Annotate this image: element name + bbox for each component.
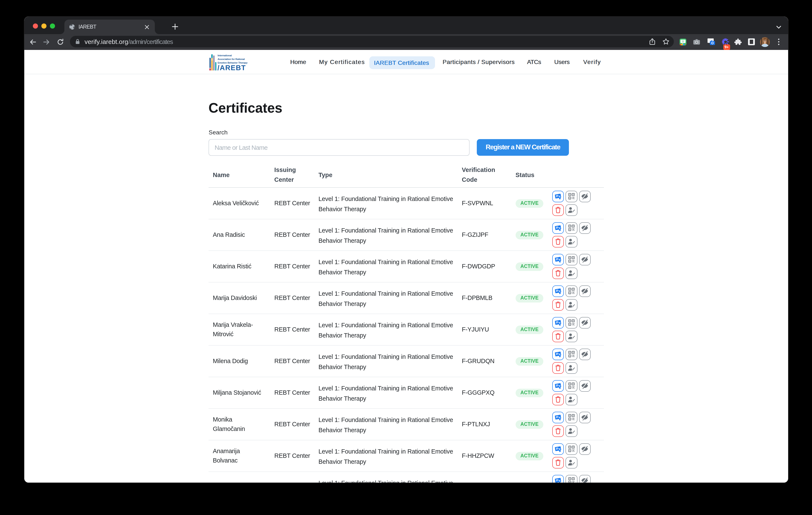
svg-text:Association for Rational: Association for Rational xyxy=(217,57,244,60)
svg-text:International: International xyxy=(217,54,231,57)
svg-text:/AREBT: /AREBT xyxy=(217,63,246,71)
